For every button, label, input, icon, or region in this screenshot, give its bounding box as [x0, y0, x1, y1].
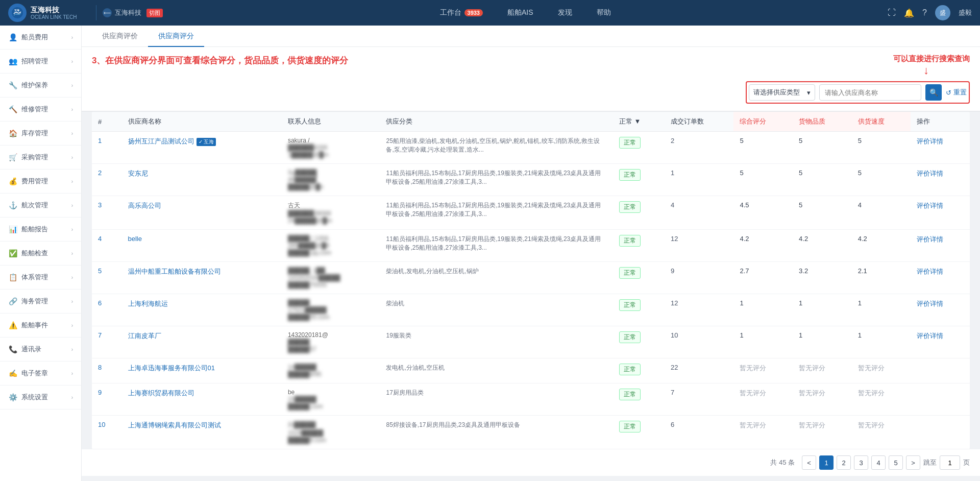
cell-name[interactable]: 安东尼	[122, 164, 282, 196]
cell-trade-count: 22	[665, 358, 733, 383]
cell-action[interactable]	[911, 383, 970, 416]
sidebar: 👤船员费用 › 👥招聘管理 › 🔧维护保养 › 🔨维修管理 › 🏠库存管理 › …	[0, 26, 82, 481]
cell-status: 正常	[613, 196, 665, 230]
breadcrumb-icon[interactable]: ⟵	[103, 8, 112, 17]
page-btn-4[interactable]: 4	[871, 455, 886, 470]
nav-discover[interactable]: 发现	[554, 6, 576, 19]
col-action: 操作	[911, 112, 970, 132]
cell-index: 7	[92, 326, 122, 358]
cell-action[interactable]	[911, 416, 970, 449]
sidebar-item-repair[interactable]: 🔨维修管理 ›	[0, 98, 81, 122]
sidebar-item-voyage[interactable]: ⚓航次管理 ›	[0, 194, 81, 218]
cell-action[interactable]: 评价详情	[911, 196, 970, 230]
cell-speed: 暂无评分	[852, 383, 911, 416]
search-button[interactable]: 🔍	[925, 84, 942, 101]
cell-action[interactable]	[911, 358, 970, 383]
cell-name[interactable]: 高乐高公司	[122, 196, 282, 230]
cell-name[interactable]: 上海利海航运	[122, 294, 282, 326]
bell-icon[interactable]: 🔔	[904, 8, 914, 18]
next-page-btn[interactable]: >	[906, 455, 920, 470]
cell-category: 25船用油漆,柴油机,发电机,分油机,空压机,锅炉,舵机,锚机,绞车,消防系统,…	[380, 132, 612, 164]
reset-button[interactable]: ↺ 重置	[946, 88, 967, 97]
sidebar-item-purchase[interactable]: 🛒采购管理 ›	[0, 146, 81, 170]
nav-help[interactable]: 帮助	[593, 6, 615, 19]
sidebar-item-maintenance[interactable]: 🔧维护保养 ›	[0, 74, 81, 98]
sidebar-item-system-mgmt[interactable]: 📋体系管理 ›	[0, 266, 81, 290]
table-row: 2安东尼Sy█████46██████████@█n11船员福利用品,15布制品…	[92, 164, 970, 196]
supplier-name-input[interactable]	[819, 84, 921, 101]
cell-name[interactable]: 温州中船重工船舶设备有限公司	[122, 262, 282, 294]
logo-title: 互海科技	[31, 6, 77, 14]
sidebar-item-ship-event[interactable]: ⚠️船舶事件 ›	[0, 314, 81, 338]
annotation-box: 3、在供应商评分界面可查看综合评分，货品品质，供货速度的评分	[92, 54, 348, 67]
tab-supplier-review[interactable]: 供应商评价	[92, 26, 148, 47]
cell-index: 1	[92, 132, 122, 164]
recruit-icon: 👥	[8, 57, 17, 66]
cell-action[interactable]: 评价详情	[911, 132, 970, 164]
cell-trade-count: 4	[665, 196, 733, 230]
cell-category: 柴油机,发电机,分油机,空压机,锅炉	[380, 262, 612, 294]
cell-action[interactable]: 评价详情	[911, 294, 970, 326]
page-btn-1[interactable]: 1	[819, 455, 834, 470]
cell-name[interactable]: belle	[122, 230, 282, 262]
cell-index: 6	[92, 294, 122, 326]
avatar[interactable]: 盛	[935, 5, 950, 20]
cell-overall: 4.5	[733, 196, 793, 230]
cell-overall: 5	[733, 132, 793, 164]
cell-name[interactable]: 江南皮革厂	[122, 326, 282, 358]
col-contact: 联系人信息	[282, 112, 380, 132]
col-status[interactable]: 正常 ▼	[613, 112, 665, 132]
sidebar-item-crew-expense[interactable]: 👤船员费用 ›	[0, 26, 81, 50]
logo-area: 互海 互海科技 OCEAN LINK TECH	[8, 4, 90, 22]
cell-status: 正常	[613, 132, 665, 164]
sidebar-item-recruit[interactable]: 👥招聘管理 ›	[0, 50, 81, 74]
cell-status: 正常	[613, 230, 665, 262]
prev-page-btn[interactable]: <	[802, 455, 816, 470]
cell-speed: 暂无评分	[852, 358, 911, 383]
logo-icon: 互海	[8, 4, 27, 22]
cell-action[interactable]: 评价详情	[911, 164, 970, 196]
breadcrumb: ⟵ 互海科技 切图	[103, 8, 163, 17]
sidebar-item-warehouse[interactable]: 🏠库存管理 ›	[0, 122, 81, 146]
sidebar-item-finance[interactable]: 💰费用管理 ›	[0, 170, 81, 194]
cell-action[interactable]: 评价详情	[911, 262, 970, 294]
sidebar-item-contacts[interactable]: 📞通讯录 ›	[0, 338, 81, 362]
col-overall: 综合评分	[733, 112, 793, 132]
cell-contact: █████, 1██143202016██████████75555	[282, 262, 380, 294]
cell-name[interactable]: 上海卓迅海事服务有限公司01	[122, 358, 282, 383]
cell-contact: 1432020181@██████████57	[282, 326, 380, 358]
cell-action[interactable]: 评价详情	[911, 230, 970, 262]
goto-input[interactable]	[940, 455, 960, 470]
cell-category: 19服装类	[380, 326, 612, 358]
cell-speed: 4.2	[852, 230, 911, 262]
page-btn-5[interactable]: 5	[889, 455, 903, 470]
esign-icon: ✍️	[8, 369, 17, 378]
cell-index: 9	[92, 383, 122, 416]
search-icon: 🔍	[929, 88, 938, 97]
page-btn-2[interactable]: 2	[837, 455, 851, 470]
tab-supplier-score[interactable]: 供应商评分	[148, 26, 204, 47]
sidebar-item-esign[interactable]: ✍️电子签章 ›	[0, 362, 81, 386]
cell-action[interactable]: 评价详情	[911, 326, 970, 358]
cell-trade-count: 7	[665, 383, 733, 416]
user-name[interactable]: 盛毅	[959, 8, 972, 17]
cell-contact: Sy█████46██████████@█n	[282, 164, 380, 196]
supplier-type-select[interactable]: 请选择供应类型 ▾	[749, 84, 815, 101]
sidebar-item-ship-report[interactable]: 📊船舶报告 ›	[0, 218, 81, 242]
sidebar-item-maritime[interactable]: 🔗海务管理 ›	[0, 290, 81, 314]
cell-category: 柴油机	[380, 294, 612, 326]
expand-icon[interactable]: ⛶	[888, 8, 896, 17]
cell-name[interactable]: 上海赛织贸易有限公司	[122, 383, 282, 416]
page-btn-3[interactable]: 3	[854, 455, 868, 470]
cell-category: 17厨房用品类	[380, 383, 612, 416]
help-icon[interactable]: ?	[922, 8, 927, 17]
nav-ais[interactable]: 船舶AIS	[503, 6, 537, 19]
nav-workbench[interactable]: 工作台 3933	[436, 6, 487, 19]
goto-label: 跳至	[923, 458, 937, 467]
sidebar-item-settings[interactable]: ⚙️系统设置 ›	[0, 386, 81, 410]
cell-status: 正常	[613, 326, 665, 358]
sidebar-item-ship-inspect[interactable]: ✅船舶检查 ›	[0, 242, 81, 266]
page-tabs: 供应商评价 供应商评分	[82, 26, 980, 47]
cell-name[interactable]: 上海通博钢绳索具有限公司测试	[122, 416, 282, 449]
cell-name[interactable]: 扬州互江产品测试公司✓ 互海	[122, 132, 282, 164]
